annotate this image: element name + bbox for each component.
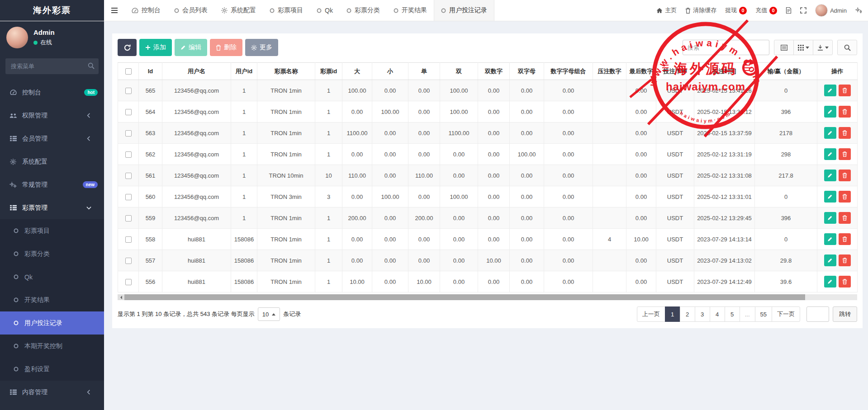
column-header[interactable]: 投注时间: [694, 63, 755, 80]
settings-gears-icon[interactable]: [855, 7, 863, 14]
page-prev[interactable]: 上一页: [637, 306, 665, 322]
sidebar-item-content[interactable]: 内容管理: [0, 381, 104, 404]
page-4[interactable]: 4: [710, 306, 725, 322]
table-row[interactable]: 556hui881158086TRON 1min110.000.0010.000…: [118, 271, 858, 292]
row-delete-button[interactable]: [839, 106, 851, 118]
sidebar-item-channel[interactable]: 渠道管理: [0, 404, 104, 410]
table-row[interactable]: 565123456@qq.com1TRON 1min1100.000.000.0…: [118, 80, 858, 101]
column-header[interactable]: 大: [342, 63, 372, 80]
row-delete-button[interactable]: [839, 148, 851, 160]
delete-button[interactable]: 删除: [210, 39, 242, 56]
sidebar-item-general[interactable]: 常规管理new: [0, 173, 104, 196]
page-jump-input[interactable]: [806, 306, 829, 322]
tab-system-config[interactable]: 系统配置: [214, 0, 263, 21]
tab-user-bet-records[interactable]: 用户投注记录: [434, 0, 494, 21]
menu-search-input[interactable]: [5, 58, 99, 74]
row-edit-button[interactable]: [824, 170, 836, 181]
row-delete-button[interactable]: [839, 254, 851, 266]
sidebar-item-lottery[interactable]: 彩票管理: [0, 196, 104, 219]
page-next[interactable]: 下一页: [772, 306, 800, 322]
column-header[interactable]: 用户名: [162, 63, 231, 80]
row-checkbox[interactable]: [125, 173, 132, 179]
column-header[interactable]: 单: [408, 63, 440, 80]
table-row[interactable]: 560123456@qq.com1TRON 3min30.00100.000.0…: [118, 186, 858, 207]
table-row[interactable]: 562123456@qq.com1TRON 1min10.000.000.000…: [118, 144, 858, 165]
row-checkbox[interactable]: [125, 279, 132, 285]
page-jump-button[interactable]: 跳转: [833, 306, 857, 322]
columns-dropdown-button[interactable]: [793, 40, 813, 55]
sidebar-item-system-config[interactable]: 系统配置: [0, 150, 104, 173]
row-checkbox[interactable]: [125, 194, 132, 200]
table-row[interactable]: 559123456@qq.com1TRON 1min1200.000.00200…: [118, 207, 858, 229]
add-button[interactable]: 添加: [139, 39, 172, 56]
column-header[interactable]: 用户id: [231, 63, 257, 80]
scrollbar-left-arrow[interactable]: [118, 294, 124, 300]
column-header[interactable]: 操作: [817, 63, 858, 80]
column-header[interactable]: 双数字: [478, 63, 510, 80]
row-edit-button[interactable]: [824, 85, 836, 96]
column-header[interactable]: Id: [139, 63, 162, 80]
column-header[interactable]: 小: [372, 63, 408, 80]
tab-console[interactable]: 控制台: [125, 0, 167, 21]
row-delete-button[interactable]: [839, 127, 851, 139]
changelog-document-icon[interactable]: [786, 7, 792, 14]
withdraw-link[interactable]: 提现 0: [725, 6, 747, 14]
row-checkbox[interactable]: [125, 151, 132, 158]
tab-qk[interactable]: Qk: [310, 0, 340, 21]
row-edit-button[interactable]: [824, 254, 836, 266]
row-delete-button[interactable]: [839, 276, 851, 287]
tab-lottery-project[interactable]: 彩票项目: [263, 0, 310, 21]
refresh-button[interactable]: [118, 39, 137, 56]
clear-cache-button[interactable]: 清除缓存: [685, 6, 716, 14]
sidebar-subitem-profit-settings[interactable]: 盈利设置: [0, 358, 104, 381]
table-row[interactable]: 563123456@qq.com1TRON 1min11100.000.000.…: [118, 123, 858, 144]
home-link[interactable]: 主页: [656, 6, 677, 14]
row-edit-button[interactable]: [824, 233, 836, 245]
select-all-checkbox[interactable]: [125, 68, 132, 75]
column-header[interactable]: 双: [440, 63, 478, 80]
sidebar-subitem-qk[interactable]: Qk: [0, 265, 104, 288]
row-edit-button[interactable]: [824, 148, 836, 160]
profile-avatar[interactable]: [6, 27, 28, 48]
sidebar-toggle-hamburger-icon[interactable]: [104, 0, 125, 21]
row-delete-button[interactable]: [839, 191, 851, 203]
tab-member-list[interactable]: 会员列表: [167, 0, 214, 21]
fullscreen-expand-icon[interactable]: [800, 7, 806, 14]
page-2[interactable]: 2: [680, 306, 695, 322]
column-header[interactable]: 压注数字: [593, 63, 626, 80]
column-header[interactable]: 最后数字: [626, 63, 656, 80]
sidebar-item-member[interactable]: 会员管理: [0, 127, 104, 150]
recharge-link[interactable]: 充值 0: [755, 6, 777, 14]
row-checkbox[interactable]: [125, 215, 132, 221]
column-header[interactable]: 输/赢（金额）: [755, 63, 817, 80]
row-checkbox[interactable]: [125, 109, 132, 115]
row-checkbox[interactable]: [125, 88, 132, 94]
row-delete-button[interactable]: [839, 170, 851, 181]
sidebar-item-console[interactable]: 控制台hot: [0, 81, 104, 104]
column-header[interactable]: 数字字母组合: [544, 63, 593, 80]
column-header[interactable]: 彩票名称: [257, 63, 315, 80]
sidebar-item-permission[interactable]: 权限管理: [0, 104, 104, 127]
row-delete-button[interactable]: [839, 233, 851, 245]
row-checkbox[interactable]: [125, 258, 132, 264]
sidebar-subitem-draw-results[interactable]: 开奖结果: [0, 288, 104, 311]
row-edit-button[interactable]: [824, 212, 836, 224]
column-header[interactable]: 投注币种: [656, 63, 694, 80]
sidebar-subitem-user-bet-records[interactable]: 用户投注记录: [0, 311, 104, 335]
page-1[interactable]: 1: [665, 306, 680, 322]
column-header[interactable]: 彩票id: [315, 63, 342, 80]
row-checkbox[interactable]: [125, 130, 132, 137]
page-55[interactable]: 55: [755, 306, 772, 322]
row-checkbox[interactable]: [125, 236, 132, 243]
table-search-input[interactable]: [683, 40, 769, 55]
toggle-search-button[interactable]: [837, 40, 857, 55]
export-dropdown-button[interactable]: [813, 40, 833, 55]
page-5[interactable]: 5: [725, 306, 740, 322]
table-row[interactable]: 561123456@qq.com1TRON 10min10110.000.001…: [118, 165, 858, 186]
table-row[interactable]: 557hui881158086TRON 1min10.000.000.000.0…: [118, 250, 858, 271]
detail-view-toggle-button[interactable]: [774, 40, 794, 55]
sidebar-subitem-lottery-category[interactable]: 彩票分类: [0, 242, 104, 265]
row-edit-button[interactable]: [824, 106, 836, 118]
edit-button[interactable]: 编辑: [175, 39, 207, 56]
page-3[interactable]: 3: [695, 306, 710, 322]
